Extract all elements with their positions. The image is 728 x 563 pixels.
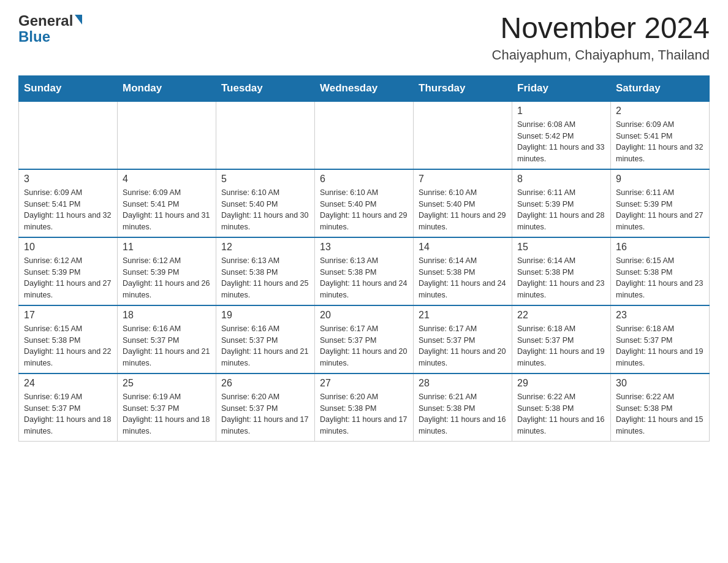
calendar-cell: [315, 101, 414, 169]
day-info: Sunrise: 6:09 AMSunset: 5:41 PMDaylight:…: [616, 119, 704, 165]
logo-general-text: General: [18, 12, 73, 29]
calendar-cell: [414, 101, 512, 169]
day-number: 20: [320, 310, 408, 321]
calendar-week-2: 3Sunrise: 6:09 AMSunset: 5:41 PMDaylight…: [19, 169, 710, 237]
day-number: 19: [221, 310, 309, 321]
calendar-cell: 15Sunrise: 6:14 AMSunset: 5:38 PMDayligh…: [512, 237, 611, 305]
day-number: 24: [24, 378, 112, 389]
calendar-table: SundayMondayTuesdayWednesdayThursdayFrid…: [18, 75, 710, 442]
calendar-cell: [118, 101, 216, 169]
calendar-cell: 25Sunrise: 6:19 AMSunset: 5:37 PMDayligh…: [118, 373, 216, 442]
calendar-header-thursday: Thursday: [414, 75, 512, 101]
day-info: Sunrise: 6:12 AMSunset: 5:39 PMDaylight:…: [24, 255, 112, 301]
day-info: Sunrise: 6:19 AMSunset: 5:37 PMDaylight:…: [123, 391, 211, 437]
day-info: Sunrise: 6:09 AMSunset: 5:41 PMDaylight:…: [123, 187, 211, 233]
day-number: 22: [517, 310, 605, 321]
calendar-cell: [216, 101, 315, 169]
day-number: 13: [320, 242, 408, 253]
calendar-cell: 20Sunrise: 6:17 AMSunset: 5:37 PMDayligh…: [315, 305, 414, 373]
calendar-header-row: SundayMondayTuesdayWednesdayThursdayFrid…: [19, 75, 710, 101]
day-info: Sunrise: 6:17 AMSunset: 5:37 PMDaylight:…: [320, 323, 408, 369]
calendar-cell: 30Sunrise: 6:22 AMSunset: 5:38 PMDayligh…: [611, 373, 710, 442]
calendar-cell: 11Sunrise: 6:12 AMSunset: 5:39 PMDayligh…: [118, 237, 216, 305]
calendar-cell: 28Sunrise: 6:21 AMSunset: 5:38 PMDayligh…: [414, 373, 512, 442]
day-info: Sunrise: 6:22 AMSunset: 5:38 PMDaylight:…: [517, 391, 605, 437]
calendar-header-sunday: Sunday: [19, 75, 118, 101]
calendar-cell: 6Sunrise: 6:10 AMSunset: 5:40 PMDaylight…: [315, 169, 414, 237]
day-info: Sunrise: 6:22 AMSunset: 5:38 PMDaylight:…: [616, 391, 704, 437]
day-number: 1: [517, 105, 605, 117]
page-header: General Blue November 2024 Chaiyaphum, C…: [18, 12, 710, 63]
day-info: Sunrise: 6:08 AMSunset: 5:42 PMDaylight:…: [517, 119, 605, 165]
day-number: 14: [419, 242, 507, 253]
calendar-cell: 5Sunrise: 6:10 AMSunset: 5:40 PMDaylight…: [216, 169, 315, 237]
day-info: Sunrise: 6:18 AMSunset: 5:37 PMDaylight:…: [517, 323, 605, 369]
calendar-cell: 10Sunrise: 6:12 AMSunset: 5:39 PMDayligh…: [19, 237, 118, 305]
day-number: 7: [419, 174, 507, 185]
day-number: 11: [123, 242, 211, 253]
logo: General Blue: [18, 12, 82, 45]
day-info: Sunrise: 6:19 AMSunset: 5:37 PMDaylight:…: [24, 391, 112, 437]
location-text: Chaiyaphum, Chaiyaphum, Thailand: [492, 47, 710, 63]
calendar-cell: 22Sunrise: 6:18 AMSunset: 5:37 PMDayligh…: [512, 305, 611, 373]
calendar-header-monday: Monday: [118, 75, 216, 101]
day-info: Sunrise: 6:13 AMSunset: 5:38 PMDaylight:…: [221, 255, 309, 301]
day-info: Sunrise: 6:15 AMSunset: 5:38 PMDaylight:…: [24, 323, 112, 369]
day-number: 16: [616, 242, 704, 253]
day-info: Sunrise: 6:17 AMSunset: 5:37 PMDaylight:…: [419, 323, 507, 369]
day-number: 29: [517, 378, 605, 389]
day-number: 9: [616, 174, 704, 185]
day-info: Sunrise: 6:10 AMSunset: 5:40 PMDaylight:…: [419, 187, 507, 233]
day-info: Sunrise: 6:14 AMSunset: 5:38 PMDaylight:…: [419, 255, 507, 301]
day-number: 8: [517, 174, 605, 185]
calendar-cell: 17Sunrise: 6:15 AMSunset: 5:38 PMDayligh…: [19, 305, 118, 373]
day-number: 27: [320, 378, 408, 389]
day-number: 23: [616, 310, 704, 321]
calendar-header-saturday: Saturday: [611, 75, 710, 101]
day-info: Sunrise: 6:14 AMSunset: 5:38 PMDaylight:…: [517, 255, 605, 301]
day-info: Sunrise: 6:11 AMSunset: 5:39 PMDaylight:…: [517, 187, 605, 233]
calendar-cell: 21Sunrise: 6:17 AMSunset: 5:37 PMDayligh…: [414, 305, 512, 373]
day-info: Sunrise: 6:18 AMSunset: 5:37 PMDaylight:…: [616, 323, 704, 369]
calendar-cell: 26Sunrise: 6:20 AMSunset: 5:37 PMDayligh…: [216, 373, 315, 442]
calendar-header-wednesday: Wednesday: [315, 75, 414, 101]
calendar-week-5: 24Sunrise: 6:19 AMSunset: 5:37 PMDayligh…: [19, 373, 710, 442]
calendar-cell: 27Sunrise: 6:20 AMSunset: 5:38 PMDayligh…: [315, 373, 414, 442]
calendar-cell: [19, 101, 118, 169]
day-number: 25: [123, 378, 211, 389]
month-title: November 2024: [492, 12, 710, 45]
calendar-cell: 24Sunrise: 6:19 AMSunset: 5:37 PMDayligh…: [19, 373, 118, 442]
calendar-cell: 3Sunrise: 6:09 AMSunset: 5:41 PMDaylight…: [19, 169, 118, 237]
calendar-cell: 8Sunrise: 6:11 AMSunset: 5:39 PMDaylight…: [512, 169, 611, 237]
title-section: November 2024 Chaiyaphum, Chaiyaphum, Th…: [492, 12, 710, 63]
day-number: 12: [221, 242, 309, 253]
calendar-cell: 4Sunrise: 6:09 AMSunset: 5:41 PMDaylight…: [118, 169, 216, 237]
day-number: 17: [24, 310, 112, 321]
calendar-cell: 2Sunrise: 6:09 AMSunset: 5:41 PMDaylight…: [611, 101, 710, 169]
day-number: 15: [517, 242, 605, 253]
day-number: 2: [616, 105, 704, 117]
day-info: Sunrise: 6:16 AMSunset: 5:37 PMDaylight:…: [123, 323, 211, 369]
calendar-cell: 13Sunrise: 6:13 AMSunset: 5:38 PMDayligh…: [315, 237, 414, 305]
calendar-cell: 9Sunrise: 6:11 AMSunset: 5:39 PMDaylight…: [611, 169, 710, 237]
day-number: 10: [24, 242, 112, 253]
day-info: Sunrise: 6:15 AMSunset: 5:38 PMDaylight:…: [616, 255, 704, 301]
day-info: Sunrise: 6:12 AMSunset: 5:39 PMDaylight:…: [123, 255, 211, 301]
calendar-cell: 12Sunrise: 6:13 AMSunset: 5:38 PMDayligh…: [216, 237, 315, 305]
calendar-cell: 23Sunrise: 6:18 AMSunset: 5:37 PMDayligh…: [611, 305, 710, 373]
calendar-header-friday: Friday: [512, 75, 611, 101]
day-number: 18: [123, 310, 211, 321]
day-number: 6: [320, 174, 408, 185]
day-number: 5: [221, 174, 309, 185]
day-number: 21: [419, 310, 507, 321]
calendar-week-3: 10Sunrise: 6:12 AMSunset: 5:39 PMDayligh…: [19, 237, 710, 305]
logo-triangle-icon: [75, 15, 82, 25]
calendar-week-1: 1Sunrise: 6:08 AMSunset: 5:42 PMDaylight…: [19, 101, 710, 169]
day-number: 30: [616, 378, 704, 389]
day-info: Sunrise: 6:16 AMSunset: 5:37 PMDaylight:…: [221, 323, 309, 369]
calendar-cell: 14Sunrise: 6:14 AMSunset: 5:38 PMDayligh…: [414, 237, 512, 305]
day-info: Sunrise: 6:21 AMSunset: 5:38 PMDaylight:…: [419, 391, 507, 437]
day-info: Sunrise: 6:20 AMSunset: 5:37 PMDaylight:…: [221, 391, 309, 437]
calendar-cell: 18Sunrise: 6:16 AMSunset: 5:37 PMDayligh…: [118, 305, 216, 373]
logo-blue-text: Blue: [18, 28, 50, 45]
